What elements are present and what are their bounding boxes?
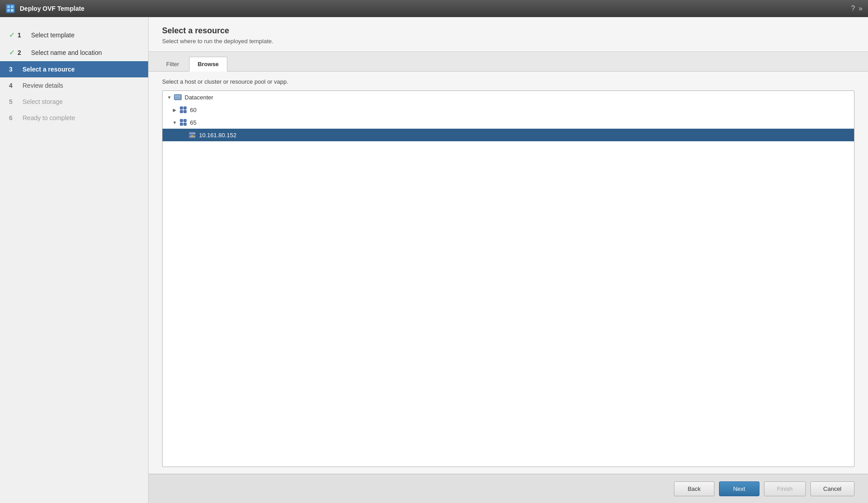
- tabs-bar: Filter Browse: [149, 52, 868, 72]
- datacenter-icon: [174, 93, 182, 101]
- tree-node-cluster60[interactable]: ▶ 60: [163, 103, 854, 116]
- host1-label: 10.161.80.152: [199, 132, 236, 139]
- tab-filter[interactable]: Filter: [158, 57, 188, 72]
- cluster65-label: 65: [190, 119, 196, 126]
- svg-rect-5: [174, 94, 181, 100]
- svg-rect-9: [175, 98, 176, 99]
- svg-point-22: [194, 133, 194, 134]
- svg-rect-10: [177, 98, 178, 99]
- tree-node-host1[interactable]: ! 10.161.80.152: [163, 129, 854, 141]
- svg-point-23: [194, 136, 194, 137]
- svg-text:!: !: [191, 136, 192, 139]
- svg-rect-0: [6, 4, 15, 13]
- step5-label: Select storage: [23, 98, 63, 105]
- help-button[interactable]: ?: [851, 4, 855, 13]
- svg-rect-2: [11, 5, 14, 8]
- svg-rect-3: [7, 9, 10, 12]
- check-icon-step2: ✓: [9, 48, 15, 57]
- finish-button: Finish: [764, 481, 806, 496]
- content-area: Select a resource Select where to run th…: [149, 17, 868, 503]
- step3-label: Select a resource: [23, 66, 75, 73]
- svg-rect-16: [180, 119, 183, 122]
- sidebar-item-step1[interactable]: ✓ 1 Select template: [0, 26, 148, 44]
- sidebar-item-step3[interactable]: 3 Select a resource: [0, 61, 148, 77]
- svg-rect-14: [180, 110, 183, 113]
- svg-rect-6: [175, 95, 176, 97]
- step3-num: 3: [9, 66, 18, 73]
- svg-rect-19: [184, 123, 186, 126]
- browse-instruction: Select a host or cluster or resource poo…: [162, 78, 854, 85]
- host-warning-icon: !: [188, 131, 196, 139]
- svg-rect-7: [177, 95, 178, 97]
- step1-label: Select template: [31, 31, 75, 39]
- next-button[interactable]: Next: [719, 481, 760, 496]
- svg-rect-13: [184, 107, 186, 109]
- step2-num: 2: [18, 49, 27, 56]
- sidebar-item-step2[interactable]: ✓ 2 Select name and location: [0, 44, 148, 61]
- browse-content: Select a host or cluster or resource poo…: [149, 72, 868, 474]
- sidebar-item-step6: 6 Ready to complete: [0, 110, 148, 126]
- step1-num: 1: [18, 31, 27, 39]
- app-icon: [5, 4, 15, 13]
- tree-container[interactable]: ▼ Datacenter: [162, 90, 854, 467]
- step5-num: 5: [9, 98, 18, 105]
- sidebar-item-step4[interactable]: 4 Review details: [0, 77, 148, 94]
- sidebar-item-step5: 5 Select storage: [0, 94, 148, 110]
- content-description: Select where to run the deployed templat…: [162, 38, 854, 45]
- svg-rect-12: [180, 107, 183, 109]
- toggle-datacenter[interactable]: ▼: [166, 94, 172, 100]
- step4-label: Review details: [23, 82, 63, 89]
- check-icon-step1: ✓: [9, 31, 15, 39]
- cluster60-label: 60: [190, 107, 196, 113]
- tree-node-datacenter[interactable]: ▼ Datacenter: [163, 91, 854, 103]
- cluster65-icon: [179, 118, 187, 126]
- expand-button[interactable]: »: [859, 4, 863, 13]
- tab-browse[interactable]: Browse: [189, 57, 227, 72]
- step4-num: 4: [9, 82, 18, 89]
- svg-rect-15: [184, 110, 186, 113]
- step6-label: Ready to complete: [23, 114, 75, 121]
- cancel-button[interactable]: Cancel: [810, 481, 854, 496]
- sidebar: ✓ 1 Select template ✓ 2 Select name and …: [0, 17, 149, 503]
- cluster60-icon: [179, 106, 187, 114]
- toggle-cluster60[interactable]: ▶: [172, 107, 178, 113]
- title-bar-controls: ? »: [851, 4, 863, 13]
- svg-rect-17: [184, 119, 186, 122]
- back-button[interactable]: Back: [674, 481, 714, 496]
- content-heading: Select a resource: [162, 26, 854, 36]
- window-title: Deploy OVF Template: [20, 5, 851, 12]
- svg-rect-18: [180, 123, 183, 126]
- svg-rect-1: [7, 5, 10, 8]
- svg-rect-8: [179, 95, 180, 97]
- step6-num: 6: [9, 114, 18, 121]
- toggle-cluster65[interactable]: ▼: [172, 119, 178, 126]
- main-container: ✓ 1 Select template ✓ 2 Select name and …: [0, 17, 868, 503]
- datacenter-label: Datacenter: [185, 94, 213, 101]
- svg-rect-4: [11, 9, 14, 12]
- content-header: Select a resource Select where to run th…: [149, 17, 868, 52]
- tree-node-cluster65[interactable]: ▼ 65: [163, 116, 854, 129]
- title-bar: Deploy OVF Template ? »: [0, 0, 868, 17]
- footer: Back Next Finish Cancel: [149, 474, 868, 503]
- svg-rect-11: [179, 98, 180, 99]
- step2-label: Select name and location: [31, 49, 102, 56]
